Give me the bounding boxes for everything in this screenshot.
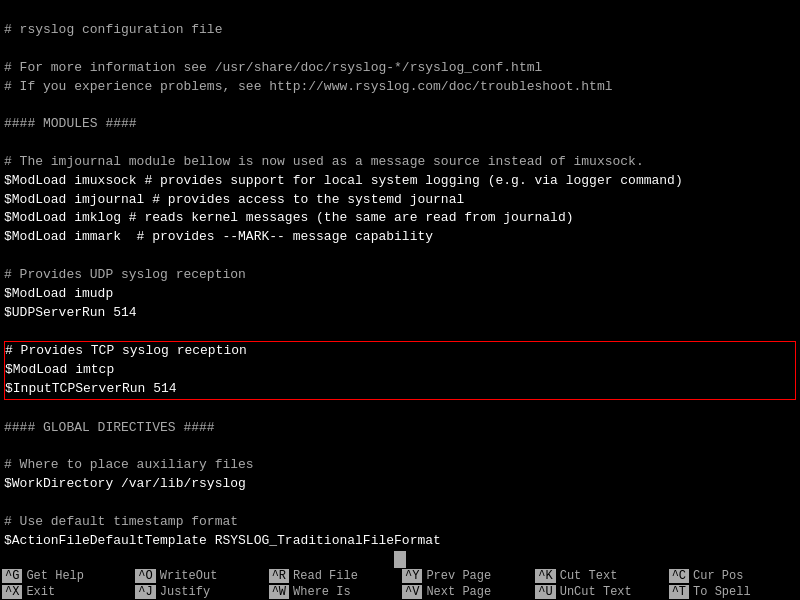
- shortcut-item[interactable]: ^KCut Text: [533, 568, 666, 584]
- shortcut-label: Get Help: [26, 569, 84, 583]
- editor-line: $ModLoad imklog # reads kernel messages …: [4, 209, 796, 228]
- shortcut-key: ^W: [269, 585, 289, 599]
- shortcut-label: Cut Text: [560, 569, 618, 583]
- shortcut-item[interactable]: ^TTo Spell: [667, 584, 800, 600]
- editor-line: # The imjournal module bellow is now use…: [4, 153, 796, 172]
- terminal: # rsyslog configuration file # For more …: [0, 0, 800, 600]
- editor-line: [4, 494, 796, 513]
- status-message: [394, 551, 406, 568]
- editor-line: $WorkDirectory /var/lib/rsyslog: [4, 475, 796, 494]
- editor-line: $ModLoad imudp: [4, 285, 796, 304]
- editor-line: # For more information see /usr/share/do…: [4, 59, 796, 78]
- editor-line: $ModLoad immark # provides --MARK-- mess…: [4, 228, 796, 247]
- shortcut-label: To Spell: [693, 585, 751, 599]
- shortcut-key: ^X: [2, 585, 22, 599]
- shortcut-label: Next Page: [426, 585, 491, 599]
- shortcut-item[interactable]: ^VNext Page: [400, 584, 533, 600]
- shortcut-key: ^U: [535, 585, 555, 599]
- editor-line: # Where to place auxiliary files: [4, 456, 796, 475]
- shortcut-key: ^R: [269, 569, 289, 583]
- editor-line: $InputTCPServerRun 514: [5, 380, 795, 399]
- shortcut-item[interactable]: ^WWhere Is: [267, 584, 400, 600]
- editor-line: $ModLoad imtcp: [5, 361, 795, 380]
- shortcut-label: Where Is: [293, 585, 351, 599]
- editor-line: # rsyslog configuration file: [4, 21, 796, 40]
- editor-line: # Provides TCP syslog reception: [5, 342, 795, 361]
- editor-line: $ModLoad imuxsock # provides support for…: [4, 172, 796, 191]
- editor-line: #### MODULES ####: [4, 115, 796, 134]
- editor-line: $ActionFileDefaultTemplate RSYSLOG_Tradi…: [4, 532, 796, 551]
- shortcut-label: Read File: [293, 569, 358, 583]
- editor-line: [4, 134, 796, 153]
- editor-line: [4, 40, 796, 59]
- shortcut-label: WriteOut: [160, 569, 218, 583]
- shortcut-item[interactable]: ^OWriteOut: [133, 568, 266, 584]
- editor-line: [4, 323, 796, 342]
- shortcut-key: ^Y: [402, 569, 422, 583]
- shortcut-key: ^V: [402, 585, 422, 599]
- status-bar: [0, 551, 800, 568]
- shortcut-row: ^GGet Help^OWriteOut^RRead File^YPrev Pa…: [0, 568, 800, 584]
- shortcut-item[interactable]: ^JJustify: [133, 584, 266, 600]
- editor-line: #### GLOBAL DIRECTIVES ####: [4, 419, 796, 438]
- shortcut-item[interactable]: ^RRead File: [267, 568, 400, 584]
- shortcut-key: ^C: [669, 569, 689, 583]
- shortcut-key: ^K: [535, 569, 555, 583]
- title-bar: [0, 0, 800, 19]
- editor-line: $ModLoad imjournal # provides access to …: [4, 191, 796, 210]
- editor-line: # Provides UDP syslog reception: [4, 266, 796, 285]
- editor-line: [4, 96, 796, 115]
- shortcut-key: ^O: [135, 569, 155, 583]
- shortcut-bar: ^GGet Help^OWriteOut^RRead File^YPrev Pa…: [0, 568, 800, 600]
- selected-region: # Provides TCP syslog reception$ModLoad …: [4, 341, 796, 400]
- shortcut-item[interactable]: ^XExit: [0, 584, 133, 600]
- editor-line: [4, 438, 796, 457]
- shortcut-label: Prev Page: [426, 569, 491, 583]
- shortcut-label: Cur Pos: [693, 569, 743, 583]
- shortcut-label: Justify: [160, 585, 210, 599]
- editor-line: # Use default timestamp format: [4, 513, 796, 532]
- shortcut-key: ^T: [669, 585, 689, 599]
- shortcut-row: ^XExit^JJustify^WWhere Is^VNext Page^UUn…: [0, 584, 800, 600]
- editor-line: [4, 247, 796, 266]
- shortcut-item[interactable]: ^GGet Help: [0, 568, 133, 584]
- editor-line: [4, 400, 796, 419]
- editor-line: # If you experience problems, see http:/…: [4, 78, 796, 97]
- shortcut-key: ^G: [2, 569, 22, 583]
- content-area: # rsyslog configuration file # For more …: [0, 19, 800, 551]
- shortcut-item[interactable]: ^YPrev Page: [400, 568, 533, 584]
- shortcut-label: UnCut Text: [560, 585, 632, 599]
- editor-line: $UDPServerRun 514: [4, 304, 796, 323]
- shortcut-item[interactable]: ^CCur Pos: [667, 568, 800, 584]
- shortcut-key: ^J: [135, 585, 155, 599]
- shortcut-label: Exit: [26, 585, 55, 599]
- shortcut-item[interactable]: ^UUnCut Text: [533, 584, 666, 600]
